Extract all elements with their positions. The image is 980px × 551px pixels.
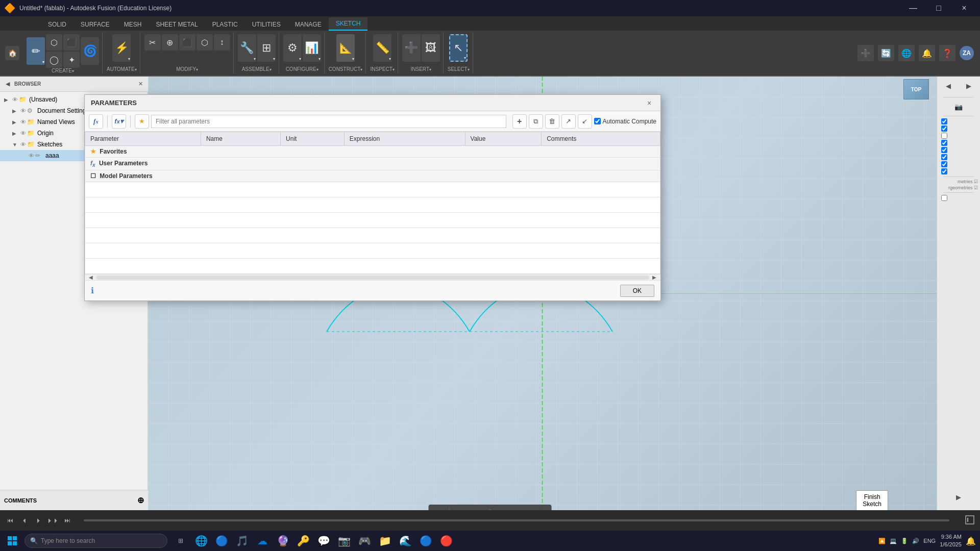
assemble-icon-2[interactable]: ⊞ ▾ — [257, 34, 276, 62]
inspect-icon[interactable]: 📏 ▾ — [373, 34, 391, 62]
autocad-icon[interactable]: 🔵 — [212, 532, 231, 550]
filter-input[interactable] — [151, 115, 506, 128]
spotify-icon[interactable]: 🎵 — [233, 532, 251, 550]
red-app-icon[interactable]: 🔴 — [437, 532, 455, 550]
tab-sketch[interactable]: SKETCH — [329, 17, 368, 31]
tab-mesh[interactable]: MESH — [117, 18, 149, 31]
network-icon[interactable]: 💻 — [890, 538, 897, 544]
copy-param-button[interactable]: ⧉ — [529, 114, 543, 129]
nav-back-button[interactable]: ◀ — [2, 79, 13, 90]
configure-icon[interactable]: ⚙ ▾ — [283, 34, 302, 62]
favorites-filter-button[interactable]: ★ — [135, 114, 149, 129]
palette-forward-button[interactable]: ▶ — [960, 79, 978, 93]
palette-check-3[interactable] — [941, 133, 947, 139]
keepass-icon[interactable]: 🔑 — [294, 532, 312, 550]
volume-icon[interactable]: 🔊 — [912, 538, 919, 544]
automate-icon[interactable]: ⚡ ▾ — [112, 34, 131, 62]
assemble-icon[interactable]: 🔧 ▾ — [238, 34, 256, 62]
tab-plastic[interactable]: PLASTIC — [205, 18, 245, 31]
auto-compute-checkbox[interactable] — [594, 118, 601, 124]
create-icon-6[interactable]: 🌀 — [81, 37, 99, 65]
formula-button[interactable]: fx — [89, 114, 103, 129]
create-icon-2[interactable]: ⬡ — [46, 34, 62, 51]
nav-close-panel-button[interactable]: ✕ — [135, 79, 146, 90]
play-prev-button[interactable]: ⏴ — [18, 514, 31, 527]
instagram-icon[interactable]: 📷 — [335, 532, 353, 550]
onedrive-icon[interactable]: ☁ — [253, 532, 272, 550]
palette-check-8[interactable] — [941, 168, 947, 174]
export-param-button[interactable]: ↗ — [561, 114, 576, 129]
view-cube[interactable]: TOP — [903, 79, 934, 110]
delete-param-button[interactable]: 🗑 — [545, 114, 559, 129]
refresh-icon[interactable]: 🔄 — [878, 45, 894, 61]
play-button[interactable]: ⏵ — [33, 514, 45, 527]
select-icon[interactable]: ↖ ▾ — [449, 34, 468, 62]
palette-check-4[interactable] — [941, 140, 947, 146]
files-icon[interactable]: 📁 — [376, 532, 394, 550]
construct-icon[interactable]: 📐 ▾ — [336, 34, 355, 62]
chrome-icon[interactable]: 🌐 — [192, 532, 210, 550]
create-main-button[interactable]: ✏ ▾ — [27, 37, 45, 65]
globe-icon[interactable]: 🌐 — [898, 45, 915, 61]
modify-icon-3[interactable]: ⬛ — [179, 34, 195, 51]
modify-icon-2[interactable]: ⊕ — [162, 34, 178, 51]
scroll-left-button[interactable]: ◀ — [87, 274, 95, 280]
palette-check-last[interactable] — [937, 195, 980, 201]
view-cube-face[interactable]: TOP — [903, 79, 929, 99]
user-avatar[interactable]: ZA — [960, 46, 974, 60]
comments-add-button[interactable]: ⊕ — [137, 495, 144, 505]
notifications-button[interactable]: 🔔 — [966, 536, 976, 546]
tab-utilities[interactable]: UTILITIES — [245, 18, 288, 31]
minimize-button[interactable]: — — [901, 0, 925, 16]
tab-solid[interactable]: SOLID — [41, 18, 74, 31]
play-start-button[interactable]: ⏮ — [4, 514, 16, 527]
help-icon[interactable]: ❓ — [939, 45, 955, 61]
system-clock[interactable]: 9:36 AM 1/6/2025 — [940, 533, 962, 549]
hidden-icons[interactable]: 🔼 — [878, 538, 886, 544]
palette-check-6[interactable] — [941, 154, 947, 160]
palette-back-button[interactable]: ◀ — [939, 79, 958, 93]
parameters-dialog[interactable]: PARAMETERS × fx fx▾ ★ + ⧉ 🗑 ↗ ↙ Automati… — [84, 94, 661, 301]
play-end-button[interactable]: ⏭ — [61, 514, 74, 527]
palette-check-5[interactable] — [941, 147, 947, 153]
finish-sketch-button[interactable]: Finish Sketch — [856, 490, 888, 511]
import-param-button[interactable]: ↙ — [578, 114, 592, 129]
user-params-button[interactable]: fx▾ — [112, 114, 126, 129]
task-view-button[interactable]: ⊞ — [172, 532, 190, 550]
start-button[interactable] — [0, 531, 24, 551]
ok-button[interactable]: OK — [620, 285, 654, 297]
modify-icon-4[interactable]: ⬡ — [197, 34, 213, 51]
xbox-icon[interactable]: 🎮 — [355, 532, 374, 550]
tab-manage[interactable]: MANAGE — [288, 18, 329, 31]
close-button[interactable]: × — [952, 0, 976, 16]
tab-surface[interactable]: SURFACE — [74, 18, 117, 31]
notification-icon[interactable]: 🔔 — [919, 45, 935, 61]
add-param-button[interactable]: + — [512, 114, 527, 129]
palette-camera-button[interactable]: 📷 — [949, 99, 968, 114]
create-icon-4[interactable]: ⬛ — [63, 34, 80, 51]
tab-sheet-metal[interactable]: SHEET METAL — [149, 18, 205, 31]
scroll-track[interactable] — [96, 276, 649, 280]
palette-check-1[interactable] — [941, 118, 947, 124]
create-icon-3[interactable]: ◯ — [46, 52, 62, 68]
modify-icon-1[interactable]: ✂ — [144, 34, 161, 51]
purple-app-icon[interactable]: 🔮 — [274, 532, 292, 550]
scroll-right-button[interactable]: ▶ — [650, 274, 658, 280]
edge-icon[interactable]: 🌊 — [396, 532, 414, 550]
palette-check-7[interactable] — [941, 161, 947, 167]
taskbar-search[interactable]: 🔍 Type here to search — [24, 534, 167, 548]
new-tab-icon[interactable]: ➕ — [857, 45, 874, 61]
discord-icon[interactable]: 💬 — [314, 532, 333, 550]
maximize-button[interactable]: □ — [927, 0, 950, 16]
insert-icon-1[interactable]: ➕ — [402, 34, 421, 62]
home-button[interactable]: 🏠 — [5, 46, 19, 60]
dialog-close-button[interactable]: × — [644, 98, 654, 108]
chrome2-icon[interactable]: 🔵 — [416, 532, 435, 550]
insert-icon-2[interactable]: 🖼 — [422, 34, 440, 62]
create-icon-5[interactable]: ✦ — [63, 52, 80, 68]
configure-icon-2[interactable]: 📊 ▾ — [303, 34, 321, 62]
modify-icon-5[interactable]: ↕ — [214, 34, 230, 51]
palette-expand-button[interactable]: ▶ — [949, 490, 968, 504]
palette-check-2[interactable] — [941, 126, 947, 132]
battery-icon[interactable]: 🔋 — [901, 538, 908, 544]
